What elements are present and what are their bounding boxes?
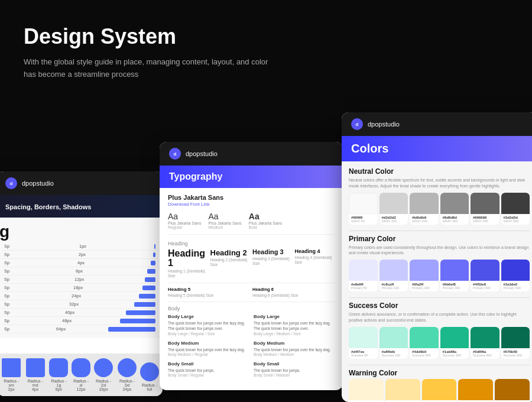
body-large-medium: Body Large The quick brown fox jumps ove…	[254, 314, 335, 335]
swatch-color-block	[410, 260, 439, 281]
swatch-info: #d4f7ee Success 50	[349, 348, 378, 359]
swatch-label: Radius -full	[142, 383, 157, 391]
swatch-primary-1: #e8e9ff Primary 50	[349, 260, 378, 291]
swatch-info: #0d8f6a Success 400	[471, 348, 499, 359]
spacing-swatch	[139, 294, 155, 299]
spacing-swatch	[154, 244, 155, 249]
font-preview-label: Plus Jakarta Sans	[208, 221, 241, 225]
swatch-code: Success 50	[351, 354, 375, 357]
swatch-color-block	[349, 327, 378, 348]
heading-1-desc: Heading 1 (Semibold)Size	[168, 269, 208, 279]
swatch-color-block	[440, 260, 469, 281]
swatch-code: Primary 200	[412, 286, 436, 290]
swatch-info: #a8f0db Success 100	[379, 348, 408, 359]
swatch-code: GRAY 500	[504, 219, 528, 223]
swatch-color-block	[410, 193, 439, 214]
swatch-code: Success 200	[412, 354, 436, 357]
swatch-code: Primary 300	[443, 286, 467, 290]
swatch-info: #4f52e8 Primary 400	[471, 281, 499, 291]
body-item-title: Body Large	[254, 314, 335, 319]
swatch-color-block	[379, 193, 408, 214]
section-divider	[349, 365, 530, 365]
table-row: Sp 12px	[2, 275, 158, 284]
swatch-code: Success 300	[443, 354, 467, 357]
font-download-link[interactable]: Download Font Link	[168, 202, 335, 207]
table-row: Sp 24px	[2, 292, 158, 300]
table-row: Sp 2px	[2, 251, 158, 259]
swatch-item: Radius - 1g8px	[48, 358, 69, 391]
logo-icon: d	[5, 177, 17, 189]
swatch-info: #3d3d3d GRAY 500	[501, 214, 530, 225]
body-item-title: Body Medium	[168, 341, 249, 346]
body-item-tag: Body Small / Regular	[168, 373, 249, 377]
font-preview-size: Aa	[208, 212, 241, 221]
body-item-title: Body Medium	[254, 341, 335, 346]
body-medium-medium: Body Medium The quick brown fox jumps ov…	[254, 341, 335, 356]
heading-2-desc: Heading 2 (Semibold)Size	[210, 258, 251, 268]
swatch-code: Primary 50	[351, 286, 375, 290]
font-preview-medium: Aa Plus Jakarta Sans Medium	[208, 212, 241, 229]
heading-3-desc: Heading 3 (Semibold)Size	[252, 257, 293, 267]
swatch-info: #666666 GRAY 400	[471, 214, 499, 225]
spacing-swatch	[134, 302, 155, 307]
swatch-info: #6b6ef8 Primary 300	[440, 281, 469, 291]
swatch-color-block	[440, 193, 469, 214]
logo-icon: d	[169, 148, 181, 160]
swatch-item: Radius - xl12px	[72, 358, 90, 391]
swatch-color-block	[501, 260, 530, 281]
body-item-tag: Body Large / Regular / Size	[168, 332, 249, 336]
table-row: Sp 8px	[2, 267, 158, 275]
swatch-code: GRAY 100	[382, 219, 406, 223]
heading-5: Heading 5	[168, 287, 250, 292]
swatch-info: #e8e9ff Primary 50	[349, 281, 378, 291]
hero-description: With the global style guide in place, ma…	[24, 56, 272, 81]
body-item-text: The quick brown fox jumps.	[254, 368, 335, 373]
swatch-info: #d2d2d2 GRAY 100	[379, 214, 408, 225]
swatch-success-4: #1ab88a Success 300	[440, 327, 469, 359]
spacing-table: Sp 1px Sp 2px Sp 4px Sp 8px	[2, 242, 158, 333]
swatch-item: Radius - 3xl24px	[116, 358, 138, 391]
swatch-color	[49, 358, 68, 377]
swatch-warning-4: #e09000 Warning 300	[458, 379, 493, 402]
headings-grid: Heading 1 Heading 1 (Semibold)Size Headi…	[168, 249, 335, 283]
primary-color-title: Primary Color	[349, 235, 530, 243]
heading-section-label: Heading	[168, 241, 335, 247]
swatch-info: #3a3de0 Primary 500	[501, 281, 530, 291]
font-name: Plus Jakarta Sans	[168, 194, 335, 201]
heading-2-item: Heading 2 Heading 2 (Semibold)Size	[210, 249, 251, 279]
heading-4: Heading 4	[295, 249, 335, 254]
heading-4-item: Heading 4 Heading 4 (Semibold)Size	[295, 249, 335, 279]
swatch-primary-4: #6b6ef8 Primary 300	[440, 260, 469, 291]
swatch-color-block	[385, 379, 420, 400]
swatch-color	[2, 358, 21, 377]
body-item-tag: Body Medium / Medium	[254, 352, 335, 356]
swatch-color-block	[495, 379, 530, 400]
body-medium-regular: Body Medium The quick brown fox jumps ov…	[168, 341, 249, 356]
primary-color-swatches: #e8e9ff Primary 50 #c8caff Primary 100 #…	[349, 260, 530, 291]
swatch-color-block	[379, 260, 408, 281]
spacing-swatch	[108, 327, 155, 332]
colors-card-body: Neutral Color Neutral colors offer a fle…	[342, 161, 532, 402]
colors-title-bar: Colors	[342, 136, 532, 161]
swatch-neutral-4: #8d8d8d GRAY 300	[440, 193, 469, 225]
font-weight-label: Medium	[208, 225, 241, 229]
font-preview-label: Plus Jakarta Sans	[168, 221, 201, 225]
page-title: Design System	[24, 24, 319, 49]
swatch-item: Radius -full	[140, 362, 159, 391]
body-item-text: The quick brown fox jumps.	[168, 368, 249, 373]
heading-3-item: Heading 3 Heading 3 (Semibold)Size	[252, 249, 293, 279]
body-small-medium: Body Small The quick brown fox jumps. Bo…	[254, 361, 335, 377]
spacing-title-bar: Spacing, Borders, Shadows	[0, 195, 163, 218]
body-item-title: Body Large	[168, 314, 249, 319]
colors-card: d dpopstudio Colors Neutral Color Neutra…	[342, 112, 532, 402]
swatch-success-5: #0d8f6a Success 400	[471, 327, 499, 359]
swatch-item: Radius - sm2px	[1, 358, 22, 391]
swatch-code: GRAY 50	[351, 219, 375, 223]
spacing-brand-name: dpopstudio	[22, 180, 54, 187]
spacing-swatch	[142, 286, 155, 290]
heading-6-desc: Heading 6 (Semibold) Size	[252, 293, 335, 298]
swatch-color	[26, 358, 45, 377]
body-item-title: Body Small	[168, 361, 249, 367]
font-preview-size: Aa	[249, 212, 282, 221]
colors-brand-name: dpopstudio	[368, 121, 400, 128]
